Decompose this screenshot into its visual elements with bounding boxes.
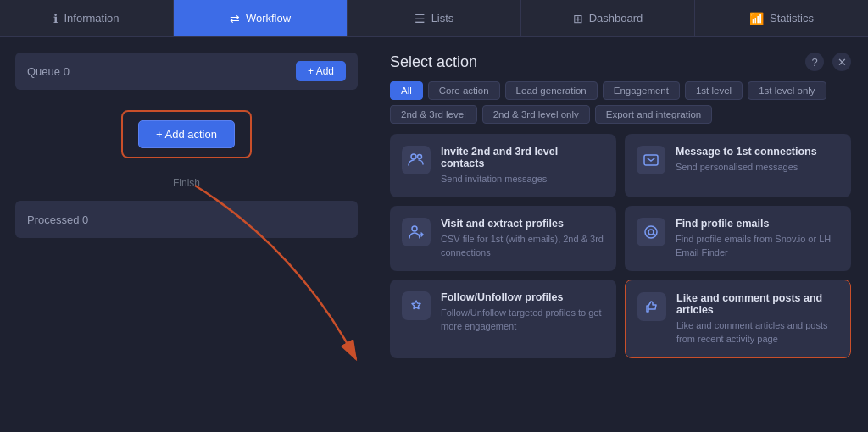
like-icon (637, 292, 666, 321)
card-message-1st[interactable]: Message to 1st connections Send personal… (625, 134, 851, 197)
invite-card-content: Invite 2nd and 3rd level contacts Send i… (441, 146, 604, 186)
tab-dashboard-label: Dashboard (589, 12, 643, 25)
svg-point-4 (412, 226, 417, 231)
email-card-content: Find profile emails Find profile emails … (676, 218, 839, 259)
processed-bar: Processed 0 (15, 201, 358, 238)
tab-statistics[interactable]: 📶 Statistics (695, 0, 868, 36)
svg-point-2 (418, 155, 422, 159)
action-cards-grid: Invite 2nd and 3rd level contacts Send i… (390, 134, 851, 358)
processed-label: Processed 0 (27, 213, 88, 226)
dashboard-icon: ⊞ (573, 12, 583, 25)
add-action-container: + Add action (15, 110, 358, 158)
filter-2nd-3rd-level[interactable]: 2nd & 3rd level (390, 105, 477, 124)
tab-dashboard[interactable]: ⊞ Dashboard (521, 0, 695, 36)
select-action-header: Select action ? ✕ (390, 53, 851, 71)
message-card-content: Message to 1st connections Send personal… (676, 146, 839, 174)
lists-icon: ☰ (415, 12, 426, 25)
main-layout: Queue 0 + Add + Add action Finish Proces… (0, 37, 868, 432)
email-card-title: Find profile emails (676, 218, 839, 230)
message-icon (637, 146, 665, 174)
follow-icon (402, 291, 431, 320)
statistics-icon: 📶 (749, 12, 764, 25)
tab-statistics-label: Statistics (770, 12, 814, 25)
card-invite-2nd-3rd[interactable]: Invite 2nd and 3rd level contacts Send i… (390, 134, 616, 197)
top-navigation: ℹ Information ⇄ Workflow ☰ Lists ⊞ Dashb… (0, 0, 868, 37)
visit-icon (402, 218, 431, 246)
queue-label: Queue 0 (27, 65, 70, 78)
card-follow-unfollow[interactable]: Follow/Unfollow profiles Follow/Unfollow… (390, 280, 616, 358)
filter-1st-level-only[interactable]: 1st level only (748, 81, 826, 100)
like-card-desc: Like and comment articles and posts from… (676, 319, 838, 346)
message-card-title: Message to 1st connections (676, 146, 839, 158)
like-card-title: Like and comment posts and articles (676, 292, 838, 316)
visit-card-desc: CSV file for 1st (with emails), 2nd & 3r… (441, 233, 604, 259)
header-icons: ? ✕ (805, 53, 851, 71)
follow-card-title: Follow/Unfollow profiles (441, 291, 604, 303)
follow-card-desc: Follow/Unfollow targeted profiles to get… (441, 307, 604, 333)
filter-2nd-3rd-level-only[interactable]: 2nd & 3rd level only (482, 105, 590, 124)
filter-engagement[interactable]: Engagement (603, 81, 680, 100)
card-like-comment[interactable]: Like and comment posts and articles Like… (625, 280, 851, 358)
svg-rect-3 (644, 155, 658, 165)
add-action-highlight-box: + Add action (121, 110, 252, 158)
svg-point-5 (645, 226, 657, 238)
card-find-emails[interactable]: Find profile emails Find profile emails … (625, 206, 851, 271)
information-icon: ℹ (53, 12, 58, 25)
filter-1st-level[interactable]: 1st level (685, 81, 743, 100)
workflow-icon: ⇄ (230, 12, 240, 25)
finish-label: Finish (15, 177, 358, 189)
add-action-button[interactable]: + Add action (138, 120, 235, 148)
visit-card-content: Visit and extract profiles CSV file for … (441, 218, 604, 259)
tab-information-label: Information (64, 12, 119, 25)
invite-card-desc: Send invitation messages (441, 173, 604, 186)
email-card-desc: Find profile emails from Snov.io or LH E… (676, 233, 839, 259)
card-visit-extract[interactable]: Visit and extract profiles CSV file for … (390, 206, 616, 271)
visit-card-title: Visit and extract profiles (441, 218, 604, 230)
select-action-title: Select action (390, 53, 477, 71)
add-button[interactable]: + Add (296, 61, 346, 81)
tab-lists[interactable]: ☰ Lists (348, 0, 521, 36)
left-panel: Queue 0 + Add + Add action Finish Proces… (0, 37, 373, 432)
svg-point-6 (648, 230, 654, 235)
invite-card-title: Invite 2nd and 3rd level contacts (441, 146, 604, 169)
filter-export-integration[interactable]: Export and integration (595, 105, 713, 124)
queue-bar: Queue 0 + Add (15, 53, 358, 90)
message-card-desc: Send personalised messages (676, 161, 839, 174)
filter-tags: All Core action Lead generation Engageme… (390, 81, 851, 124)
tab-workflow[interactable]: ⇄ Workflow (174, 0, 348, 36)
email-icon (637, 218, 665, 246)
invite-icon (402, 146, 431, 174)
tab-lists-label: Lists (431, 12, 454, 25)
tab-information[interactable]: ℹ Information (0, 0, 174, 36)
follow-card-content: Follow/Unfollow profiles Follow/Unfollow… (441, 291, 604, 333)
tab-workflow-label: Workflow (246, 12, 291, 25)
svg-point-1 (411, 154, 416, 159)
help-icon[interactable]: ? (805, 53, 824, 71)
like-card-content: Like and comment posts and articles Like… (676, 292, 838, 346)
close-icon[interactable]: ✕ (832, 53, 851, 71)
filter-all[interactable]: All (390, 81, 423, 100)
filter-lead-generation[interactable]: Lead generation (505, 81, 598, 100)
right-panel: Select action ? ✕ All Core action Lead g… (373, 37, 868, 432)
filter-core-action[interactable]: Core action (428, 81, 500, 100)
